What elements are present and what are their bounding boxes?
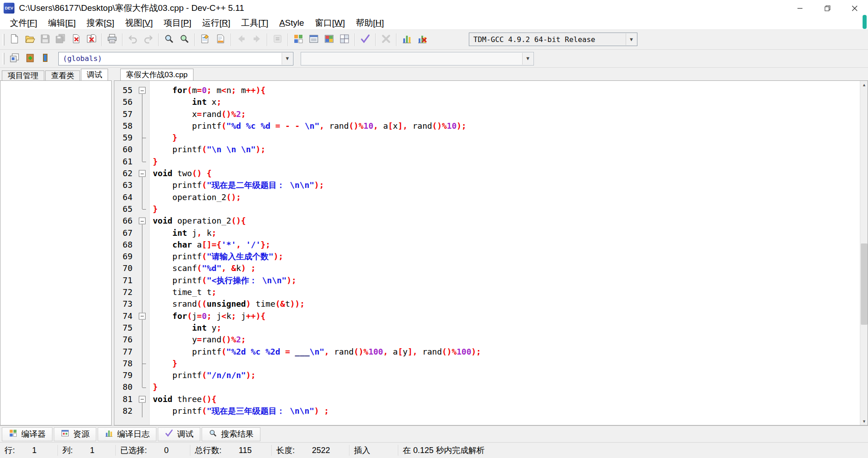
menu-item[interactable]: 搜索[S] — [81, 17, 119, 29]
code-text: printf("现在是二年级题目： \n\n"); — [150, 179, 324, 191]
file-tab[interactable]: 寒假大作战03.cpp — [120, 69, 193, 80]
print-button[interactable] — [104, 32, 120, 47]
compile-button[interactable] — [291, 32, 306, 47]
scroll-down-arrow-icon[interactable]: ▼ — [860, 417, 868, 425]
compiler-select[interactable]: TDM-GCC 4.9.2 64-bit Release ▼ — [469, 33, 637, 46]
replace-button[interactable] — [198, 32, 213, 47]
fold-toggle-icon[interactable] — [135, 393, 150, 405]
scroll-up-arrow-icon[interactable]: ▲ — [860, 81, 868, 89]
code-text: printf("\n \n \n"); — [150, 144, 265, 155]
dock-tab-compiler-tab[interactable]: 编译器 — [2, 427, 52, 441]
line-number: 81 — [114, 393, 135, 405]
syntax-check-button[interactable] — [358, 32, 373, 47]
swap-header-source-button — [270, 32, 285, 47]
line-number: 55 — [114, 84, 135, 96]
dock-tab-resource[interactable]: 资源 — [54, 427, 96, 441]
menu-item[interactable]: 工具[T] — [236, 17, 274, 29]
back-icon — [236, 33, 247, 46]
undo-icon — [127, 33, 138, 46]
menu-item[interactable]: 项目[P] — [158, 17, 197, 29]
delete-profile-icon — [417, 33, 428, 46]
code-line: 74 for(j=0; j<k; j++){ — [114, 310, 860, 322]
fold-guide — [135, 322, 150, 334]
close-all-button[interactable] — [84, 32, 99, 47]
fold-guide — [135, 203, 150, 215]
save-all-button — [53, 32, 68, 47]
close-file-button[interactable] — [68, 32, 84, 47]
line-number: 63 — [114, 179, 135, 191]
members-select[interactable]: ▼ — [301, 52, 534, 65]
delete-profile-button[interactable] — [415, 32, 430, 47]
find-in-files-icon — [179, 33, 190, 46]
dock-tab-search-results[interactable]: 搜索结果 — [202, 427, 260, 441]
line-number: 67 — [114, 227, 135, 239]
code-line: 60 printf("\n \n \n"); — [114, 144, 860, 155]
code-pane[interactable]: 55 for(m=0; m<n; m++){56 int x;57 x=rand… — [114, 81, 860, 425]
menu-item[interactable]: AStyle — [274, 18, 310, 28]
fold-guide — [135, 239, 150, 251]
menu-item[interactable]: 窗口[W] — [310, 17, 351, 29]
dock-tab-debug-check[interactable]: 调试 — [158, 427, 200, 441]
fold-guide — [135, 156, 150, 168]
menu-item[interactable]: 视图[V] — [120, 17, 158, 29]
main-area: 55 for(m=0; m<n; m++){56 int x;57 x=rand… — [0, 80, 868, 425]
toolbar-grip[interactable] — [3, 34, 5, 46]
restore-button[interactable] — [814, 0, 841, 16]
find-button[interactable] — [161, 32, 177, 47]
project-add-button[interactable] — [22, 51, 38, 66]
fold-guide — [135, 298, 150, 310]
close-button[interactable] — [841, 0, 868, 16]
panel-tab-2[interactable]: 查看类 — [45, 70, 80, 80]
fold-toggle-icon[interactable] — [135, 310, 150, 322]
project-browser-panel[interactable] — [0, 80, 112, 425]
fold-guide — [135, 286, 150, 298]
project-remove-button[interactable] — [38, 51, 53, 66]
code-text: for(m=0; m<n; m++){ — [150, 84, 265, 96]
chevron-down-icon[interactable]: ▼ — [626, 33, 637, 45]
menu-item[interactable]: 编辑[E] — [42, 17, 81, 29]
profile-button[interactable] — [399, 32, 415, 47]
toolbar-separator — [158, 33, 159, 46]
project-new-button[interactable] — [7, 51, 22, 66]
resource-icon — [61, 429, 70, 440]
menu-item[interactable]: 帮助[H] — [350, 17, 389, 29]
code-text: time_t t; — [150, 286, 217, 298]
status-value: 1 — [90, 446, 94, 455]
panel-tab-3[interactable]: 调试 — [81, 69, 108, 80]
dock-tab-log-chart[interactable]: 编译日志 — [98, 427, 156, 441]
new-file-button[interactable] — [7, 32, 22, 47]
chevron-down-icon[interactable]: ▼ — [522, 53, 533, 65]
code-line: 59 } — [114, 132, 860, 144]
dock-tab-label: 编译器 — [21, 429, 46, 439]
fold-toggle-icon[interactable] — [135, 215, 150, 227]
open-file-button[interactable] — [22, 32, 38, 47]
fold-toggle-icon[interactable] — [135, 84, 150, 96]
globals-select[interactable]: (globals)▼ — [58, 52, 293, 65]
menu-item[interactable]: 运行[R] — [197, 17, 236, 29]
code-editor[interactable]: 55 for(m=0; m<n; m++){56 int x;57 x=rand… — [114, 80, 868, 425]
compile-run-button[interactable] — [321, 32, 337, 47]
fold-toggle-icon[interactable] — [135, 168, 150, 179]
toolbar-grip[interactable] — [3, 53, 5, 65]
status-value: 0 — [164, 446, 169, 455]
code-text: } — [150, 358, 177, 369]
open-file-icon — [24, 33, 35, 46]
goto-line-button[interactable] — [213, 32, 228, 47]
code-text: int x; — [150, 96, 222, 108]
code-text: } — [150, 156, 158, 168]
panel-tab-1[interactable]: 项目管理 — [2, 70, 44, 80]
scrollbar-thumb[interactable] — [861, 243, 868, 325]
rebuild-button[interactable] — [337, 32, 352, 47]
find-in-files-button[interactable] — [177, 32, 192, 47]
toolbar-separator — [194, 33, 195, 46]
run-button[interactable] — [306, 32, 321, 47]
line-number: 68 — [114, 239, 135, 251]
dock-tab-label: 编译日志 — [117, 429, 150, 439]
chevron-down-icon[interactable]: ▼ — [282, 53, 292, 65]
code-text: printf("%2d %c %2d = ___\n", rand()%100,… — [150, 346, 481, 358]
editor-vertical-scrollbar[interactable]: ▲ ▼ — [860, 81, 868, 425]
line-number: 73 — [114, 298, 135, 310]
redo-button — [141, 32, 156, 47]
minimize-button[interactable] — [787, 0, 814, 16]
menu-item[interactable]: 文件[F] — [5, 17, 42, 29]
